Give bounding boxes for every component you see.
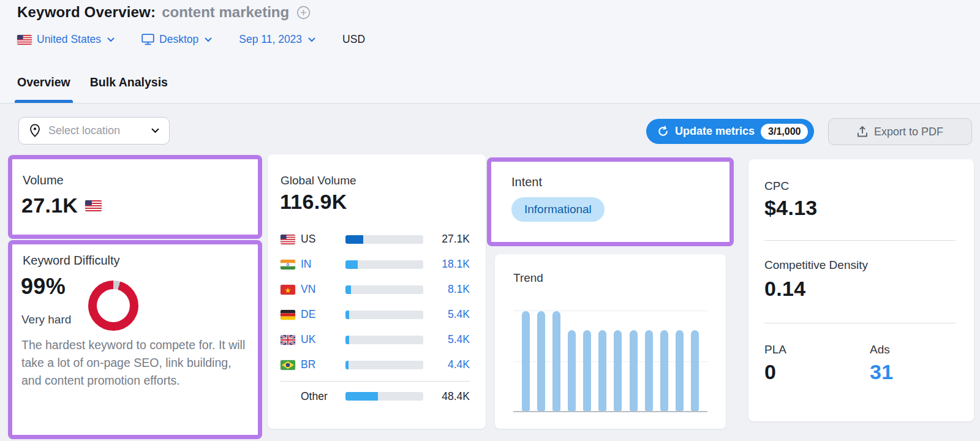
global-volume-card: Global Volume 116.9K US27.1KIN18.1KVN8.1…	[268, 154, 486, 429]
pla-label: PLA	[764, 343, 786, 356]
trend-bar	[552, 311, 560, 411]
trend-bar	[568, 330, 576, 411]
currency-label: USD	[342, 33, 365, 46]
cpc-label: CPC	[764, 179, 789, 193]
divider	[764, 323, 956, 323]
country-selector[interactable]: United States	[17, 33, 115, 46]
flag-vn-icon	[281, 285, 295, 295]
country-volume-value: 48.4K	[423, 390, 470, 403]
global-volume-label: Global Volume	[281, 174, 356, 187]
intent-card-highlight: Intent Informational	[487, 157, 734, 246]
trend-label: Trend	[513, 271, 543, 285]
update-metrics-button[interactable]: Update metrics 3/1,000	[646, 119, 814, 144]
country-volume-bar-fill	[345, 361, 349, 369]
country-label[interactable]: VN	[301, 283, 334, 296]
country-volume-bar	[345, 392, 423, 401]
global-volume-row-de: DE5.4K	[281, 302, 470, 327]
volume-card-highlight: Volume 27.1K	[8, 155, 262, 239]
flag-us-icon	[281, 235, 295, 244]
export-pdf-button[interactable]: Export to PDF	[828, 118, 972, 145]
tab-bar: Overview Bulk Analysis	[17, 73, 168, 103]
country-volume-value[interactable]: 5.4K	[423, 333, 470, 346]
trend-bar	[537, 311, 545, 411]
country-volume-value[interactable]: 18.1K	[423, 258, 470, 271]
trend-bar-chart	[513, 311, 707, 412]
page-header: Keyword Overview: content marketing Unit…	[0, 0, 980, 104]
trend-bar	[676, 330, 684, 411]
country-volume-bar	[345, 311, 423, 319]
trend-card: Trend	[495, 254, 726, 429]
trend-bar	[598, 330, 606, 411]
global-volume-row-br: BR4.4K	[281, 352, 470, 377]
title-row: Keyword Overview: content marketing	[17, 4, 311, 21]
country-volume-value[interactable]: 5.4K	[423, 308, 470, 321]
country-volume-bar	[345, 235, 423, 244]
chevron-down-icon	[151, 128, 159, 134]
chevron-down-icon	[107, 37, 115, 42]
date-selector-label: Sep 11, 2023	[239, 33, 302, 46]
competitive-density-label: Competitive Density	[764, 258, 868, 272]
country-label[interactable]: UK	[301, 333, 334, 346]
upload-icon	[857, 126, 868, 138]
refresh-icon	[657, 126, 669, 137]
country-label[interactable]: BR	[301, 358, 334, 371]
device-selector[interactable]: Desktop	[141, 33, 212, 46]
country-volume-value: 27.1K	[423, 233, 470, 246]
trend-bar	[614, 330, 622, 411]
keyword-difficulty-donut-chart	[88, 281, 138, 331]
update-metrics-label: Update metrics	[675, 125, 755, 138]
page-title: Keyword Overview:	[17, 4, 156, 21]
keyword-difficulty-label: Keyword Difficulty	[23, 254, 120, 268]
country-volume-bar-fill	[345, 311, 349, 319]
country-volume-bar-fill	[345, 392, 378, 401]
country-volume-value[interactable]: 8.1K	[423, 283, 470, 296]
country-label[interactable]: IN	[301, 258, 334, 271]
trend-bars	[513, 311, 707, 411]
country-label: Other	[301, 390, 334, 403]
country-label[interactable]: DE	[301, 308, 334, 321]
keyword-overview-page: Keyword Overview: content marketing Unit…	[0, 0, 980, 441]
intent-badge[interactable]: Informational	[511, 197, 605, 222]
keyword-difficulty-percent: 99%	[21, 274, 66, 300]
select-location-dropdown[interactable]: Select location	[18, 117, 170, 145]
tab-bulk-analysis[interactable]: Bulk Analysis	[90, 73, 168, 103]
location-pin-icon	[29, 124, 41, 138]
date-selector[interactable]: Sep 11, 2023	[239, 33, 315, 46]
divider	[281, 381, 470, 382]
tab-overview[interactable]: Overview	[17, 73, 70, 103]
keyword-title: content marketing	[162, 4, 289, 21]
flag-de-icon	[281, 310, 295, 320]
country-volume-bar	[345, 285, 423, 294]
country-volume-bar-fill	[345, 285, 351, 294]
competitive-density-value: 0.14	[764, 277, 805, 301]
country-selector-label: United States	[37, 33, 101, 46]
country-volume-bar-fill	[345, 235, 363, 244]
chevron-down-icon	[308, 37, 315, 42]
trend-bar	[645, 330, 653, 411]
global-volume-row-other: Other48.4K	[281, 383, 470, 410]
flag-uk-icon	[281, 335, 295, 345]
ads-value: 31	[870, 360, 893, 384]
keyword-difficulty-level: Very hard	[21, 313, 71, 326]
flag-in-icon	[281, 260, 295, 270]
country-volume-bar	[345, 336, 423, 344]
trend-bar	[660, 330, 668, 411]
divider	[764, 240, 956, 241]
intent-label: Intent	[511, 175, 542, 189]
cpc-value: $4.13	[764, 196, 818, 220]
country-label: US	[301, 233, 334, 246]
cpc-metrics-card: CPC $4.13 Competitive Density 0.14 PLA 0…	[748, 159, 974, 421]
country-volume-value[interactable]: 4.4K	[423, 358, 470, 371]
flag-br-icon	[281, 360, 295, 370]
add-keyword-icon[interactable]	[296, 6, 311, 20]
global-volume-row-in: IN18.1K	[281, 252, 470, 277]
global-volume-row-vn: VN8.1K	[281, 277, 470, 302]
volume-label: Volume	[23, 173, 64, 187]
country-volume-bar	[345, 260, 423, 269]
country-volume-bar-fill	[345, 336, 349, 344]
global-volume-row-uk: UK5.4K	[281, 327, 470, 352]
desktop-icon	[141, 34, 154, 45]
global-volume-row-us: US27.1K	[281, 227, 470, 252]
device-selector-label: Desktop	[159, 33, 198, 46]
trend-bar	[630, 330, 638, 411]
